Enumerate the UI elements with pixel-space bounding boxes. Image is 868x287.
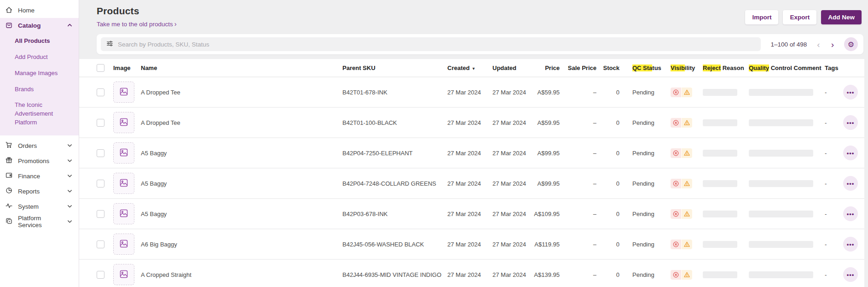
not-visible-icon[interactable] <box>671 179 681 188</box>
row-checkbox[interactable] <box>97 119 104 127</box>
sidebar-item-reports[interactable]: Reports <box>0 184 79 199</box>
column-header-name[interactable]: Name <box>141 64 342 71</box>
product-name[interactable]: A5 Baggy <box>141 211 342 217</box>
tags: - <box>822 211 843 217</box>
export-button[interactable]: Export <box>783 10 816 24</box>
column-header-quality-control-comment[interactable]: Quality Control Comment <box>745 64 822 71</box>
column-header-parent-sku[interactable]: Parent SKU <box>342 64 447 71</box>
not-visible-icon[interactable] <box>671 88 681 97</box>
not-visible-icon[interactable] <box>671 270 681 280</box>
product-name[interactable]: A6 Big Baggy <box>141 241 342 248</box>
product-name[interactable]: A Dropped Tee <box>141 89 342 96</box>
product-image-placeholder[interactable] <box>113 234 134 255</box>
warning-triangle-icon[interactable] <box>682 270 692 280</box>
column-header-sale-price[interactable]: Sale Price <box>560 64 596 71</box>
row-checkbox[interactable] <box>97 180 104 187</box>
image-icon <box>119 87 128 98</box>
search-box[interactable] <box>101 37 761 51</box>
row-checkbox[interactable] <box>97 149 104 157</box>
sidebar-item-label: Finance <box>18 173 62 180</box>
not-visible-icon[interactable] <box>671 118 681 128</box>
sidebar-item-all-products[interactable]: All Products <box>0 33 79 49</box>
product-name[interactable]: A Cropped Straight <box>141 271 342 278</box>
product-image-placeholder[interactable] <box>113 112 134 133</box>
tags: - <box>822 241 843 248</box>
add-new-button[interactable]: Add New <box>821 10 862 24</box>
updated-date: 27 Mar 2024 <box>492 150 532 157</box>
column-header-qc-status[interactable]: QC Status <box>619 64 665 71</box>
row-actions-button[interactable]: ••• <box>843 206 858 221</box>
not-visible-icon[interactable] <box>671 240 681 249</box>
stock: 0 <box>596 241 619 248</box>
column-header-image[interactable]: Image <box>113 64 141 71</box>
product-image-placeholder[interactable] <box>113 264 134 285</box>
row-checkbox[interactable] <box>97 240 104 248</box>
column-header-price[interactable]: Price <box>532 64 560 71</box>
product-name[interactable]: A Dropped Tee <box>141 119 342 126</box>
column-header-tags[interactable]: Tags <box>822 64 843 71</box>
quality-control-comment-skeleton <box>749 180 813 187</box>
sort-caret-icon[interactable]: ▾ <box>472 66 475 71</box>
row-actions-button[interactable]: ••• <box>843 115 858 130</box>
sidebar-item-promotions[interactable]: Promotions <box>0 153 79 169</box>
sidebar-item-platform-services[interactable]: Platform Services <box>0 214 79 229</box>
warning-triangle-icon[interactable] <box>682 240 692 249</box>
sidebar-item-system[interactable]: System <box>0 199 79 214</box>
row-checkbox[interactable] <box>97 88 104 96</box>
price: A$139.95 <box>532 271 560 278</box>
sidebar-item-catalog[interactable]: Catalog <box>0 18 79 33</box>
sidebar-item-brands[interactable]: Brands <box>0 82 79 98</box>
sidebar-item-orders[interactable]: Orders <box>0 138 79 153</box>
row-actions-button[interactable]: ••• <box>843 176 858 191</box>
warning-triangle-icon[interactable] <box>682 118 692 128</box>
product-image-placeholder[interactable] <box>113 203 134 224</box>
qc-status: Pending <box>619 180 665 187</box>
product-image-placeholder[interactable] <box>113 173 134 194</box>
row-actions-button[interactable]: ••• <box>843 267 858 282</box>
column-header-stock[interactable]: Stock <box>596 64 619 71</box>
select-all-checkbox[interactable] <box>97 64 104 72</box>
product-name[interactable]: A5 Baggy <box>141 180 342 187</box>
warning-triangle-icon[interactable] <box>682 209 692 219</box>
warning-triangle-icon[interactable] <box>682 148 692 158</box>
sale-price: – <box>560 89 596 96</box>
sidebar-item-label: Orders <box>18 142 62 149</box>
column-header-visibility[interactable]: Visibility <box>665 64 699 71</box>
sidebar-item-add-product[interactable]: Add Product <box>0 49 79 65</box>
image-icon <box>119 239 128 250</box>
not-visible-icon[interactable] <box>671 209 681 219</box>
column-header-reject-reason[interactable]: Reject Reason <box>699 64 745 71</box>
next-page-button[interactable]: › <box>830 40 835 49</box>
sidebar-item-manage-images[interactable]: Manage Images <box>0 65 79 82</box>
row-checkbox[interactable] <box>97 271 104 279</box>
sidebar-item-finance[interactable]: Finance <box>0 169 79 184</box>
product-image-placeholder[interactable] <box>113 142 134 164</box>
product-name[interactable]: A5 Baggy <box>141 150 342 157</box>
table-row: A Dropped Tee B42T01-100-BLACK 27 Mar 20… <box>79 108 864 138</box>
column-header-updated[interactable]: Updated <box>492 64 532 71</box>
import-button[interactable]: Import <box>745 10 778 24</box>
search-input[interactable] <box>118 41 755 48</box>
row-actions-button[interactable]: ••• <box>843 237 858 252</box>
not-visible-icon[interactable] <box>671 148 681 158</box>
row-actions-button[interactable]: ••• <box>843 146 858 160</box>
column-header-created[interactable]: Created▾ <box>447 64 492 71</box>
row-checkbox[interactable] <box>97 210 104 218</box>
gear-icon[interactable]: ⚙ <box>844 37 858 51</box>
price: A$99.95 <box>532 150 560 157</box>
stock: 0 <box>596 180 619 187</box>
product-image-placeholder[interactable] <box>113 82 134 103</box>
row-actions-button[interactable]: ••• <box>843 85 858 100</box>
stock: 0 <box>596 119 619 126</box>
table-row: A5 Baggy B42P03-678-INK 27 Mar 2024 27 M… <box>79 199 864 229</box>
sidebar-item-iconic-ad-platform[interactable]: The Iconic Advertisement Platform <box>0 97 74 131</box>
stock: 0 <box>596 271 619 278</box>
old-products-link[interactable]: Take me to the old products› <box>97 20 177 28</box>
table-row: A6 Big Baggy B42J45-056-WASHED BLACK 27 … <box>79 229 864 260</box>
image-icon <box>119 148 128 158</box>
previous-page-button[interactable]: ‹ <box>816 40 821 49</box>
sale-price: – <box>560 180 596 187</box>
sidebar-item-home[interactable]: Home <box>0 3 79 18</box>
warning-triangle-icon[interactable] <box>682 88 692 97</box>
warning-triangle-icon[interactable] <box>682 179 692 188</box>
